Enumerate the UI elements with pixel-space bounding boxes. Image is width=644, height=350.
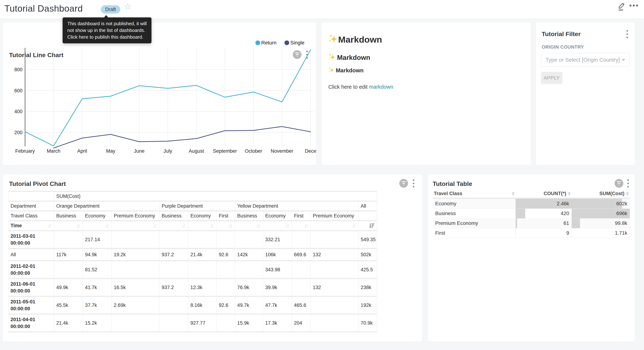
- star-icon[interactable]: ☆: [124, 2, 132, 11]
- edit-pencil-icon[interactable]: [618, 1, 627, 11]
- sort-arrows-icon[interactable]: ↓↑: [304, 223, 308, 229]
- sort-cell-content: ↓↑: [85, 223, 109, 229]
- tooltip-line: not show up in the list of dashboards.: [67, 27, 147, 34]
- pivot-data-row: 2011-04-0100:00:0021.4k15.2k927.7715.9k1…: [8, 315, 377, 331]
- pivot-value-cell: 12.3k: [188, 279, 216, 296]
- pivot-sort-cell: ↓↑: [188, 221, 216, 230]
- sort-arrows-icon[interactable]: ↓↑: [210, 223, 214, 229]
- kebab-icon[interactable]: [627, 179, 630, 188]
- pivot-sort-cell: ↓↑: [292, 221, 310, 230]
- pivot-value-cell: 94.9k: [83, 249, 112, 260]
- pivot-value-cell: 343.98: [263, 261, 292, 278]
- sort-arrows-icon[interactable]: ↓↑: [285, 223, 290, 229]
- pivot-value-cell: [216, 315, 235, 331]
- pivot-value-cell: 465.6: [292, 297, 310, 314]
- pivot-value-cell: [160, 261, 188, 278]
- travel-class-cell: First: [433, 228, 516, 238]
- filter-circle-icon[interactable]: [399, 179, 408, 188]
- column-header-count-[interactable]: COUNT(*): [516, 189, 572, 198]
- time-line: All: [10, 251, 52, 258]
- markdown-link[interactable]: markdown: [369, 84, 393, 90]
- pivot-measure-label: SUM(Cost): [54, 192, 377, 200]
- sum-cost-cell: 99.8k: [572, 218, 630, 228]
- pivot-class-header: Economy: [188, 212, 216, 220]
- table-row: Economy2.46k602k: [433, 199, 630, 208]
- time-line: 2011-02-01: [10, 263, 52, 270]
- pivot-sort-cell: ↓↑: [83, 221, 112, 230]
- table-card: Tutorial Table Travel ClassCOUNT(*)SUM(C…: [428, 174, 634, 342]
- pivot-value-cell: 17.3k: [263, 315, 292, 331]
- pivot-value-cell: [216, 261, 235, 278]
- pivot-value-cell: 332.21: [263, 231, 292, 248]
- pivot-time-value: 2011-03-0100:00:00: [8, 231, 54, 248]
- kebab-icon[interactable]: [413, 179, 415, 188]
- pivot-value-cell: 47.7k: [263, 297, 292, 314]
- sort-carets-icon[interactable]: [512, 192, 514, 196]
- pivot-data-row: 2011-06-0100:00:0049.9k41.7k16.5k937.212…: [8, 279, 377, 296]
- column-label: SUM(Cost): [599, 191, 624, 196]
- column-header-sum-cost-[interactable]: SUM(Cost): [572, 189, 630, 198]
- y-axis-tick: 200: [14, 130, 22, 135]
- sort-cell-content: ↓↑: [162, 223, 186, 229]
- header-content[interactable]: SUM(Cost): [573, 191, 629, 196]
- pivot-time-row: Time↓↑↓↑↓↑↓↑↓↑↓↑↓↑↓↑↓↑↓↑↓↑: [8, 221, 377, 230]
- pivot-class-header: Business: [54, 212, 82, 220]
- column-header-travel-class[interactable]: Travel Class: [433, 189, 516, 198]
- pivot-value-cell: 238k: [358, 279, 377, 296]
- filter-card: Tutorial Filter ORIGIN COUNTRY Type or S…: [536, 22, 634, 165]
- sort-carets-icon[interactable]: [568, 192, 570, 196]
- origin-country-select[interactable]: Type or Select [Origin Country]: [541, 53, 630, 67]
- draft-badge[interactable]: Draft: [101, 5, 120, 14]
- x-axis-tick: February: [15, 148, 35, 154]
- pivot-value-cell: 204: [292, 315, 310, 331]
- pivot-value-cell: [235, 261, 263, 278]
- sort-arrows-icon[interactable]: ↓↑: [256, 223, 261, 229]
- pivot-value-cell: 41.7k: [83, 279, 112, 296]
- column-label: Travel Class: [434, 191, 462, 196]
- filter-circle-icon[interactable]: [614, 179, 623, 188]
- pivot-value-cell: 15.9k: [235, 315, 263, 331]
- table-row: Business420696k: [433, 208, 630, 218]
- sort-desc-active-icon[interactable]: [368, 223, 374, 228]
- pivot-sort-cell: ↓↑: [160, 221, 188, 230]
- count-cell: 9: [516, 228, 572, 238]
- header-content[interactable]: Travel Class: [434, 191, 514, 196]
- sort-arrows-icon[interactable]: ↓↑: [153, 223, 157, 229]
- series-line-single[interactable]: [54, 126, 310, 148]
- pivot-row-header: Travel Class: [8, 212, 54, 220]
- sort-arrows-icon[interactable]: ↓↑: [105, 223, 109, 229]
- pivot-value-cell: 927.77: [188, 315, 216, 331]
- pivot-sort-cell: [358, 221, 377, 230]
- apply-button[interactable]: APPLY: [541, 72, 562, 84]
- markdown-h1-text: Markdown: [338, 34, 382, 44]
- sort-arrows-icon[interactable]: ↓↑: [182, 223, 186, 229]
- time-line: 2011-06-01: [10, 280, 52, 288]
- sort-arrows-icon[interactable]: ↓↑: [352, 223, 356, 229]
- pivot-value-cell: [112, 261, 159, 278]
- pivot-value-cell: 142k: [235, 249, 263, 260]
- sparkles-icon: [328, 34, 338, 45]
- sort-arrows-icon[interactable]: ↓↑: [76, 223, 80, 229]
- pivot-class-header: Premium Economy: [112, 212, 159, 220]
- pivot-data-row: 2011-02-0100:00:0081.52343.98425.5: [8, 261, 377, 278]
- x-axis-tick: May: [106, 148, 116, 154]
- table-row: Premium Economy6199.8k: [433, 218, 630, 228]
- pivot-department-header: Orange Department: [54, 202, 159, 210]
- pivot-class-header: Economy: [263, 212, 292, 220]
- sort-arrows-icon[interactable]: ↓↑: [228, 223, 233, 229]
- ellipsis-icon[interactable]: [630, 3, 640, 8]
- kebab-icon[interactable]: [626, 30, 629, 39]
- pivot-value-cell: 117k: [54, 249, 82, 260]
- sort-carets-icon[interactable]: [626, 192, 629, 196]
- time-label: Time: [10, 223, 22, 228]
- pivot-value-cell: [112, 231, 159, 248]
- pivot-value-cell: [292, 261, 310, 278]
- markdown-h1: Markdown: [328, 34, 523, 45]
- pivot-value-cell: [292, 279, 310, 296]
- x-axis-tick: April: [77, 148, 87, 154]
- pivot-value-cell: 549.35: [358, 231, 377, 248]
- pivot-value-cell: [160, 297, 188, 314]
- header-content[interactable]: COUNT(*): [517, 191, 571, 196]
- pivot-sort-cell: ↓↑: [54, 221, 82, 230]
- sort-arrows-icon[interactable]: ↓↑: [48, 223, 52, 229]
